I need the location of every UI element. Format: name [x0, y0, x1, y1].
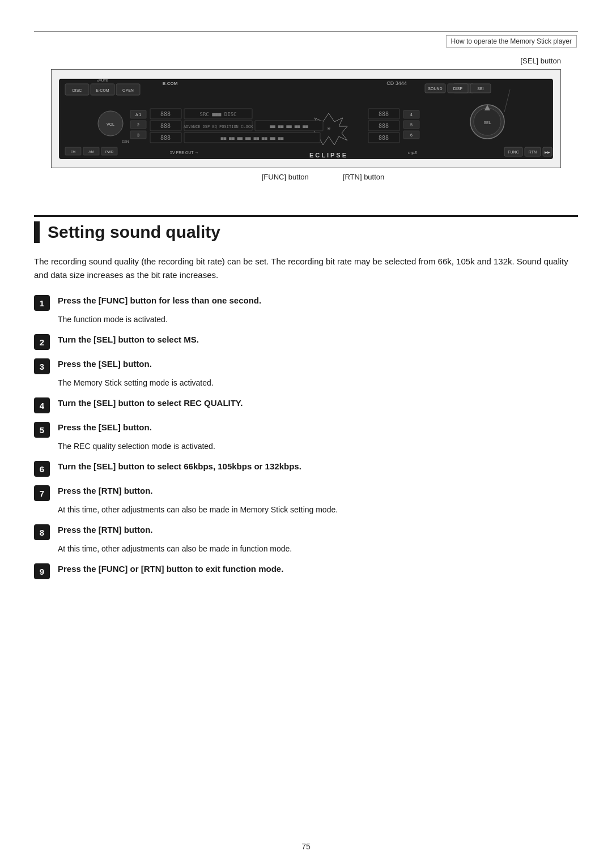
svg-text:888: 888 [379, 135, 389, 141]
svg-text:A  1: A 1 [135, 113, 141, 117]
svg-text:E-COM: E-COM [163, 81, 178, 86]
svg-text:▶▶: ▶▶ [545, 151, 550, 154]
step-subtext-7: At this time, other adjustments can also… [58, 504, 578, 516]
svg-text:888: 888 [379, 111, 389, 117]
footer: 75 [0, 842, 612, 851]
svg-text:888: 888 [160, 123, 171, 129]
step-6: 6Turn the [SEL] button to select 66kbps,… [34, 460, 578, 477]
svg-text:ADVANCE DSP EQ POSITION CLOCK: ADVANCE DSP EQ POSITION CLOCK [184, 125, 253, 129]
step-badge-3: 3 [34, 358, 50, 374]
svg-text:SEL: SEL [483, 121, 491, 125]
step-text-4: Turn the [SEL] button to select REC QUAL… [58, 397, 578, 410]
svg-text:VOL: VOL [107, 122, 114, 126]
func-button-label: [FUNC] button [262, 173, 309, 181]
step-8: 8Press the [RTN] button.At this time, ot… [34, 524, 578, 555]
svg-text:5V PRE OUT →: 5V PRE OUT → [170, 151, 198, 155]
svg-text:FUNC: FUNC [508, 150, 518, 154]
step-badge-7: 7 [34, 485, 50, 501]
step-badge-1: 1 [34, 295, 50, 311]
step-2: 2Turn the [SEL] button to select MS. [34, 333, 578, 350]
step-badge-2: 2 [34, 334, 50, 350]
body-content: The recording sound quality (the recordi… [34, 255, 578, 587]
device-svg: DISC E-COM OPEN cMUTE E-COM CD 3444 VOL … [57, 74, 555, 164]
svg-text:■■ ■■ ■■ ■■ ■■ ■■ ■■ ■■: ■■ ■■ ■■ ■■ ■■ ■■ ■■ ■■ [221, 136, 284, 141]
header-line [34, 31, 578, 32]
step-badge-6: 6 [34, 461, 50, 477]
svg-text:888: 888 [160, 135, 171, 141]
step-7: 7Press the [RTN] button.At this time, ot… [34, 485, 578, 516]
step-badge-8: 8 [34, 524, 50, 540]
svg-text:888: 888 [160, 111, 171, 117]
step-subtext-1: The function mode is activated. [58, 314, 578, 326]
step-1: 1Press the [FUNC] button for less than o… [34, 294, 578, 326]
svg-text:CD 3444: CD 3444 [386, 80, 407, 86]
step-text-8: Press the [RTN] button. [58, 524, 578, 537]
svg-text:5: 5 [410, 123, 413, 127]
step-badge-4: 4 [34, 397, 50, 413]
step-badge-9: 9 [34, 563, 50, 579]
section-heading-container: Setting sound quality [34, 215, 578, 243]
svg-text:SRC ■■■ DISC: SRC ■■■ DISC [199, 112, 236, 117]
svg-text:OPEN: OPEN [122, 88, 134, 92]
step-subtext-3: The Memory Stick setting mode is activat… [58, 377, 578, 389]
step-text-5: Press the [SEL] button. [58, 421, 578, 434]
device-image: DISC E-COM OPEN cMUTE E-COM CD 3444 VOL … [51, 69, 561, 168]
svg-text:SEI: SEI [477, 87, 483, 91]
svg-text:mp3: mp3 [408, 150, 417, 155]
svg-text:6: 6 [410, 133, 413, 137]
svg-text:SOUND: SOUND [428, 87, 442, 91]
header-title: How to operate the Memory Stick player [446, 35, 577, 48]
step-9: 9Press the [FUNC] or [RTN] button to exi… [34, 563, 578, 579]
page-number: 75 [301, 842, 311, 851]
intro-paragraph: The recording sound quality (the recordi… [34, 255, 578, 282]
section-heading-bar: Setting sound quality [34, 221, 578, 243]
svg-text:2: 2 [137, 123, 139, 127]
page-container: How to operate the Memory Stick player [… [0, 0, 612, 868]
svg-text:ECLIPSE: ECLIPSE [309, 152, 348, 159]
step-4: 4Turn the [SEL] button to select REC QUA… [34, 397, 578, 413]
step-text-6: Turn the [SEL] button to select 66kbps, … [58, 460, 578, 473]
svg-text:RTN: RTN [529, 150, 537, 154]
steps-container: 1Press the [FUNC] button for less than o… [34, 294, 578, 579]
svg-text:4: 4 [410, 113, 413, 117]
step-text-2: Turn the [SEL] button to select MS. [58, 333, 578, 347]
step-badge-5: 5 [34, 422, 50, 438]
svg-text:AM: AM [89, 150, 94, 153]
rtn-button-label: [RTN] button [343, 173, 384, 181]
step-text-3: Press the [SEL] button. [58, 358, 578, 371]
sel-button-label: [SEL] button [520, 57, 561, 65]
svg-text:888: 888 [379, 123, 389, 129]
svg-text:PWR: PWR [105, 150, 114, 153]
svg-text:3: 3 [137, 133, 139, 137]
svg-text:FM: FM [71, 150, 76, 153]
svg-text:DISC: DISC [73, 88, 82, 92]
heading-accent [34, 221, 40, 243]
diagram-section: [SEL] button DISC E-COM OPEN cMUTE E-COM… [34, 57, 578, 181]
svg-text:E-COM: E-COM [96, 88, 109, 92]
svg-text:ESN: ESN [122, 140, 129, 143]
svg-text:✳: ✳ [327, 126, 331, 131]
section-heading: Setting sound quality [48, 223, 220, 242]
step-text-7: Press the [RTN] button. [58, 485, 578, 498]
bottom-labels: [FUNC] button [RTN] button [34, 173, 578, 181]
step-3: 3Press the [SEL] button.The Memory Stick… [34, 358, 578, 389]
svg-text:cMUTE: cMUTE [97, 79, 108, 82]
step-5: 5Press the [SEL] button.The REC quality … [34, 421, 578, 452]
step-text-1: Press the [FUNC] button for less than on… [58, 294, 578, 307]
svg-text:DISP: DISP [453, 87, 463, 91]
step-subtext-8: At this time, other adjustments can also… [58, 543, 578, 555]
svg-text:■■ ■■ ■■ ■■ ■■: ■■ ■■ ■■ ■■ ■■ [270, 124, 308, 129]
step-text-9: Press the [FUNC] or [RTN] button to exit… [58, 563, 578, 576]
step-subtext-5: The REC quality selection mode is activa… [58, 441, 578, 452]
